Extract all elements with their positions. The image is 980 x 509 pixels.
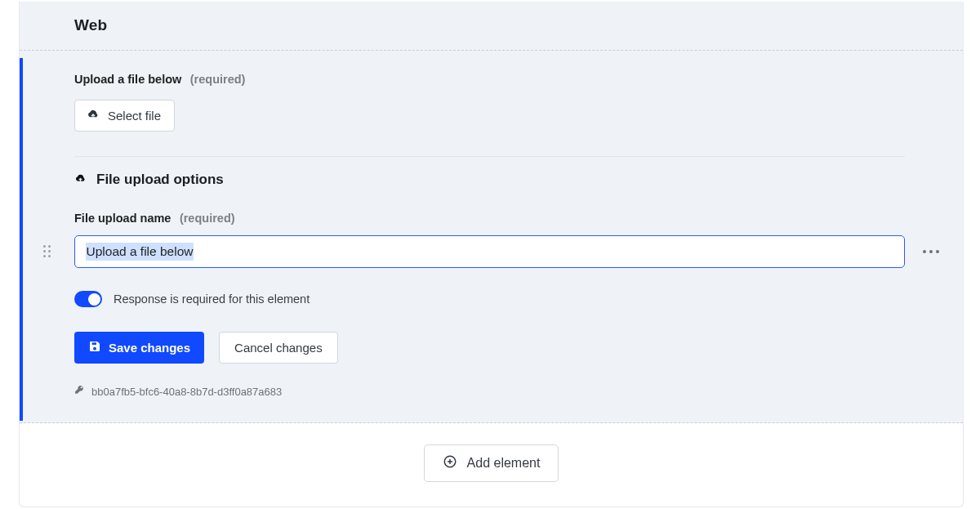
card: Web Upload a file below (required) Selec…: [19, 2, 964, 507]
element-key: bb0a7fb5-bfc6-40a8-8b7d-d3ff0a87a683: [91, 386, 282, 398]
name-input-wrap: Upload a file below: [74, 235, 905, 268]
save-button[interactable]: Save changes: [74, 332, 204, 364]
add-element-label: Add element: [467, 456, 541, 471]
options-title: File upload options: [96, 172, 224, 188]
element-key-row: bb0a7fb5-bfc6-40a8-8b7d-d3ff0a87a683: [74, 385, 905, 398]
save-icon: [88, 340, 101, 355]
page-title: Web: [74, 16, 963, 34]
save-button-label: Save changes: [109, 341, 190, 355]
upload-label-row: Upload a file below (required): [74, 72, 905, 87]
card-header: Web: [20, 2, 963, 51]
card-body: Upload a file below (required) Select fi…: [20, 51, 963, 422]
name-input[interactable]: [74, 235, 905, 268]
add-element-button[interactable]: Add element: [424, 444, 559, 482]
key-icon: [74, 385, 85, 398]
drag-handle-icon[interactable]: [43, 245, 55, 258]
upload-required-tag: (required): [190, 73, 246, 86]
section-divider: [74, 156, 905, 157]
toggle-knob: [88, 293, 100, 306]
upload-cloud-icon: [74, 172, 87, 188]
add-element-row: Add element: [20, 423, 963, 507]
more-options-icon[interactable]: [923, 250, 939, 253]
upload-cloud-icon: [87, 108, 100, 123]
plus-circle-icon: [443, 454, 457, 472]
cancel-button-label: Cancel changes: [234, 341, 323, 355]
select-file-button[interactable]: Select file: [74, 100, 175, 132]
name-label: File upload name: [74, 212, 171, 225]
name-required-tag: (required): [180, 212, 235, 225]
required-toggle-row: Response is required for this element: [74, 291, 905, 307]
required-toggle[interactable]: [74, 291, 102, 307]
select-file-label: Select file: [108, 109, 161, 123]
upload-label: Upload a file below: [74, 73, 181, 86]
cancel-button[interactable]: Cancel changes: [219, 332, 338, 364]
name-label-row: File upload name (required): [74, 211, 905, 225]
options-heading-row: File upload options: [74, 172, 905, 188]
required-toggle-label: Response is required for this element: [114, 292, 310, 306]
action-row: Save changes Cancel changes: [74, 332, 905, 364]
